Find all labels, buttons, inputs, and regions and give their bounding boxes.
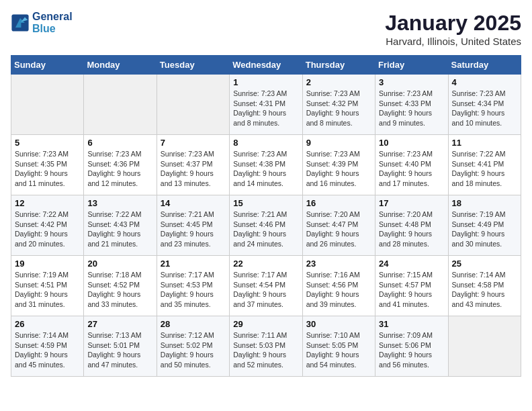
calendar-cell: 9Sunrise: 7:23 AM Sunset: 4:39 PM Daylig… xyxy=(302,135,375,195)
day-info: Sunrise: 7:17 AM Sunset: 4:53 PM Dayligh… xyxy=(161,270,226,310)
weekday-header: Wednesday xyxy=(230,56,302,75)
day-number: 11 xyxy=(452,138,517,148)
day-info: Sunrise: 7:21 AM Sunset: 4:46 PM Dayligh… xyxy=(233,210,298,249)
day-info: Sunrise: 7:23 AM Sunset: 4:37 PM Dayligh… xyxy=(161,149,226,189)
day-info: Sunrise: 7:23 AM Sunset: 4:38 PM Dayligh… xyxy=(233,149,298,189)
day-info: Sunrise: 7:14 AM Sunset: 4:58 PM Dayligh… xyxy=(452,270,517,310)
calendar-cell: 17Sunrise: 7:20 AM Sunset: 4:48 PM Dayli… xyxy=(375,195,448,256)
day-info: Sunrise: 7:21 AM Sunset: 4:45 PM Dayligh… xyxy=(161,210,226,249)
day-number: 29 xyxy=(233,319,298,329)
calendar-cell: 10Sunrise: 7:23 AM Sunset: 4:40 PM Dayli… xyxy=(375,135,448,195)
calendar-cell: 28Sunrise: 7:12 AM Sunset: 5:02 PM Dayli… xyxy=(157,316,229,377)
day-number: 7 xyxy=(161,138,226,148)
day-number: 19 xyxy=(15,259,80,269)
calendar-cell: 19Sunrise: 7:19 AM Sunset: 4:51 PM Dayli… xyxy=(11,256,84,316)
calendar-cell: 29Sunrise: 7:11 AM Sunset: 5:03 PM Dayli… xyxy=(230,316,302,377)
calendar-table: SundayMondayTuesdayWednesdayThursdayFrid… xyxy=(11,55,521,377)
calendar-cell: 5Sunrise: 7:23 AM Sunset: 4:35 PM Daylig… xyxy=(11,135,84,195)
weekday-header: Saturday xyxy=(448,56,521,75)
calendar-cell: 12Sunrise: 7:22 AM Sunset: 4:42 PM Dayli… xyxy=(11,195,84,256)
calendar-cell: 20Sunrise: 7:18 AM Sunset: 4:52 PM Dayli… xyxy=(84,256,157,316)
day-info: Sunrise: 7:18 AM Sunset: 4:52 PM Dayligh… xyxy=(87,270,152,310)
day-info: Sunrise: 7:23 AM Sunset: 4:34 PM Dayligh… xyxy=(452,89,517,128)
calendar-cell: 1Sunrise: 7:23 AM Sunset: 4:31 PM Daylig… xyxy=(230,75,302,135)
day-number: 28 xyxy=(161,319,226,329)
calendar-cell xyxy=(84,75,157,135)
calendar-week-row: 26Sunrise: 7:14 AM Sunset: 4:59 PM Dayli… xyxy=(11,316,521,377)
calendar-week-row: 19Sunrise: 7:19 AM Sunset: 4:51 PM Dayli… xyxy=(11,256,521,316)
day-number: 22 xyxy=(233,259,298,269)
calendar-header: SundayMondayTuesdayWednesdayThursdayFrid… xyxy=(11,56,521,75)
day-number: 17 xyxy=(379,198,444,208)
calendar-cell: 26Sunrise: 7:14 AM Sunset: 4:59 PM Dayli… xyxy=(11,316,84,377)
logo-text: General Blue xyxy=(32,11,73,35)
day-info: Sunrise: 7:23 AM Sunset: 4:40 PM Dayligh… xyxy=(379,149,444,189)
day-number: 24 xyxy=(379,259,444,269)
weekday-header: Sunday xyxy=(11,56,84,75)
day-number: 4 xyxy=(452,77,517,87)
calendar-cell: 14Sunrise: 7:21 AM Sunset: 4:45 PM Dayli… xyxy=(157,195,229,256)
calendar-cell xyxy=(448,316,521,377)
day-number: 20 xyxy=(87,259,152,269)
day-info: Sunrise: 7:20 AM Sunset: 4:48 PM Dayligh… xyxy=(379,210,444,249)
day-info: Sunrise: 7:13 AM Sunset: 5:01 PM Dayligh… xyxy=(87,330,152,370)
day-info: Sunrise: 7:23 AM Sunset: 4:32 PM Dayligh… xyxy=(306,89,371,128)
calendar-cell: 31Sunrise: 7:09 AM Sunset: 5:06 PM Dayli… xyxy=(375,316,448,377)
calendar-cell xyxy=(11,75,84,135)
day-number: 23 xyxy=(306,259,371,269)
calendar-cell: 24Sunrise: 7:15 AM Sunset: 4:57 PM Dayli… xyxy=(375,256,448,316)
day-number: 12 xyxy=(15,198,80,208)
day-info: Sunrise: 7:16 AM Sunset: 4:56 PM Dayligh… xyxy=(306,270,371,310)
day-info: Sunrise: 7:12 AM Sunset: 5:02 PM Dayligh… xyxy=(161,330,226,370)
calendar-week-row: 5Sunrise: 7:23 AM Sunset: 4:35 PM Daylig… xyxy=(11,135,521,195)
calendar-cell: 23Sunrise: 7:16 AM Sunset: 4:56 PM Dayli… xyxy=(302,256,375,316)
day-number: 26 xyxy=(15,319,80,329)
calendar-cell: 7Sunrise: 7:23 AM Sunset: 4:37 PM Daylig… xyxy=(157,135,229,195)
calendar-cell: 16Sunrise: 7:20 AM Sunset: 4:47 PM Dayli… xyxy=(302,195,375,256)
calendar-cell: 8Sunrise: 7:23 AM Sunset: 4:38 PM Daylig… xyxy=(230,135,302,195)
weekday-header: Friday xyxy=(375,56,448,75)
day-info: Sunrise: 7:14 AM Sunset: 4:59 PM Dayligh… xyxy=(15,330,80,370)
day-number: 25 xyxy=(452,259,517,269)
calendar-cell: 27Sunrise: 7:13 AM Sunset: 5:01 PM Dayli… xyxy=(84,316,157,377)
calendar-cell: 2Sunrise: 7:23 AM Sunset: 4:32 PM Daylig… xyxy=(302,75,375,135)
day-info: Sunrise: 7:10 AM Sunset: 5:05 PM Dayligh… xyxy=(306,330,371,370)
day-info: Sunrise: 7:22 AM Sunset: 4:41 PM Dayligh… xyxy=(452,149,517,189)
calendar-week-row: 1Sunrise: 7:23 AM Sunset: 4:31 PM Daylig… xyxy=(11,75,521,135)
day-info: Sunrise: 7:23 AM Sunset: 4:36 PM Dayligh… xyxy=(87,149,152,189)
weekday-header: Tuesday xyxy=(157,56,229,75)
day-number: 15 xyxy=(233,198,298,208)
calendar-cell: 22Sunrise: 7:17 AM Sunset: 4:54 PM Dayli… xyxy=(230,256,302,316)
calendar-cell: 4Sunrise: 7:23 AM Sunset: 4:34 PM Daylig… xyxy=(448,75,521,135)
day-number: 6 xyxy=(87,138,152,148)
calendar-title: January 2025 xyxy=(385,11,521,36)
day-number: 10 xyxy=(379,138,444,148)
calendar-cell: 30Sunrise: 7:10 AM Sunset: 5:05 PM Dayli… xyxy=(302,316,375,377)
calendar-cell: 25Sunrise: 7:14 AM Sunset: 4:58 PM Dayli… xyxy=(448,256,521,316)
day-number: 8 xyxy=(233,138,298,148)
logo: General Blue xyxy=(11,11,73,35)
day-info: Sunrise: 7:19 AM Sunset: 4:51 PM Dayligh… xyxy=(15,270,80,310)
weekday-header: Monday xyxy=(84,56,157,75)
day-number: 30 xyxy=(306,319,371,329)
calendar-week-row: 12Sunrise: 7:22 AM Sunset: 4:42 PM Dayli… xyxy=(11,195,521,256)
day-info: Sunrise: 7:22 AM Sunset: 4:43 PM Dayligh… xyxy=(87,210,152,249)
calendar-cell: 13Sunrise: 7:22 AM Sunset: 4:43 PM Dayli… xyxy=(84,195,157,256)
day-number: 2 xyxy=(306,77,371,87)
day-number: 31 xyxy=(379,319,444,329)
title-block: January 2025 Harvard, Illinois, United S… xyxy=(385,11,521,47)
logo-icon xyxy=(11,13,30,32)
day-number: 16 xyxy=(306,198,371,208)
day-info: Sunrise: 7:23 AM Sunset: 4:33 PM Dayligh… xyxy=(379,89,444,128)
day-number: 1 xyxy=(233,77,298,87)
day-number: 27 xyxy=(87,319,152,329)
day-info: Sunrise: 7:19 AM Sunset: 4:49 PM Dayligh… xyxy=(452,210,517,249)
day-info: Sunrise: 7:17 AM Sunset: 4:54 PM Dayligh… xyxy=(233,270,298,310)
day-number: 14 xyxy=(161,198,226,208)
calendar-cell: 18Sunrise: 7:19 AM Sunset: 4:49 PM Dayli… xyxy=(448,195,521,256)
day-number: 3 xyxy=(379,77,444,87)
calendar-cell: 6Sunrise: 7:23 AM Sunset: 4:36 PM Daylig… xyxy=(84,135,157,195)
calendar-cell xyxy=(157,75,229,135)
day-number: 21 xyxy=(161,259,226,269)
day-info: Sunrise: 7:15 AM Sunset: 4:57 PM Dayligh… xyxy=(379,270,444,310)
